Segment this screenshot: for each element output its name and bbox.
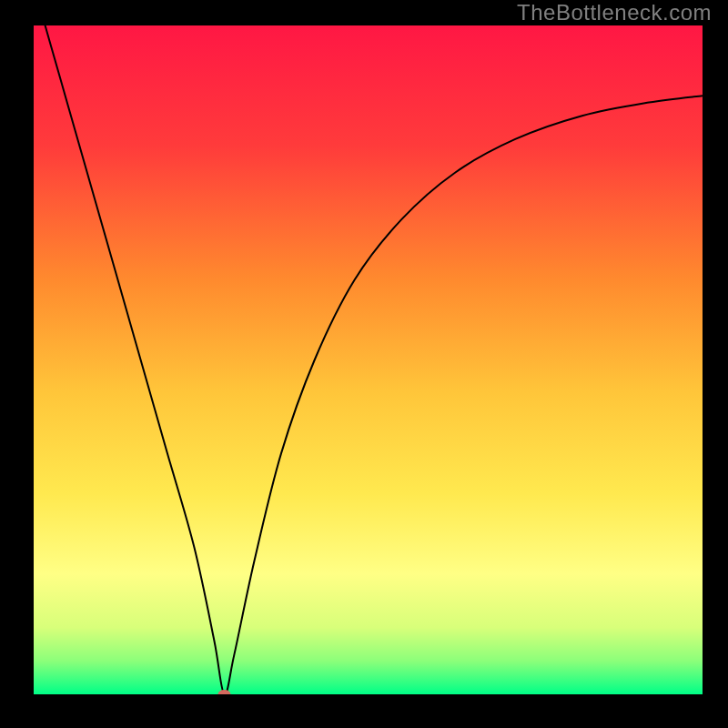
chart-svg <box>34 25 703 694</box>
watermark-text: TheBottleneck.com <box>517 0 712 25</box>
chart-frame: TheBottleneck.com <box>0 0 728 728</box>
plot-area <box>34 25 703 694</box>
gradient-background <box>34 25 703 694</box>
